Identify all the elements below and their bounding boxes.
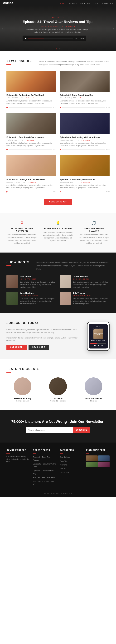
footer-link[interactable]: Interviews <box>60 464 67 466</box>
new-episodes-section: NEW EPISODES When, while the lovely vall… <box>0 52 116 213</box>
host-role: Host & Producer <box>20 278 56 280</box>
phone-skip-back[interactable]: ⏮ <box>94 344 96 347</box>
episode-progress-bar[interactable] <box>9 107 52 108</box>
guest-card: Alexandra Landry Keynote Speaker <box>11 378 34 402</box>
instagram-image[interactable] <box>98 456 110 461</box>
phone-mockup: 2:41 PM SecondLine Podcast Episode 84: S… <box>87 322 110 351</box>
phone-album-label: Episode 84: Season Growth <box>94 333 103 335</box>
episode-play-button[interactable]: ▶ <box>60 106 61 108</box>
footer-copyright: © 2018 Gumbo Podcast. All rights reserve… <box>6 492 110 494</box>
instagram-image[interactable] <box>98 462 110 468</box>
footer-link[interactable]: Episode 80: Podcasting With WP <box>33 480 54 485</box>
feature-icon: 💡 <box>42 221 73 226</box>
host-description: Duis aute irure dolor in reprehenderit i… <box>73 298 110 305</box>
site-logo[interactable]: GUMBO <box>3 2 13 4</box>
show-hosts-description: When, while the lovely valley teems with… <box>36 260 110 270</box>
nav-link-blog[interactable]: Blog <box>93 2 98 4</box>
episode-comments: 4 Comments <box>79 97 87 99</box>
episode-thumbnail[interactable] <box>6 113 56 134</box>
subscribe-desc-2: Draws me from the inner sanctuary. Drawn… <box>6 336 81 342</box>
episode-play-button[interactable]: ▶ <box>6 148 8 151</box>
navigation: GUMBO HomeEpisodesAbout UsBlogContact Us <box>0 0 116 6</box>
episode-progress-bar[interactable] <box>62 150 105 150</box>
guests-grid: Alexandra Landry Keynote Speaker Liu Heb… <box>6 378 110 402</box>
more-episodes-button[interactable]: MORE EPISODES <box>44 199 72 205</box>
instagram-image[interactable] <box>86 456 98 461</box>
newsletter-section: 75,000+ Listeners Are Not Wrong - Join O… <box>0 410 116 442</box>
phone-track-subtitle: Travel Gear Reviews <box>90 342 106 342</box>
read-more-button[interactable]: READ MORE <box>28 344 49 350</box>
episode-duration: 35:48 <box>53 149 56 150</box>
subscribe-desc-1: When, while the lovely valley teems with… <box>6 328 81 334</box>
player-progress-bar[interactable] <box>28 38 73 38</box>
episode-thumbnail[interactable] <box>6 71 56 92</box>
footer-col-title: Recent Posts <box>33 449 56 451</box>
episode-tag: TPE <box>73 97 76 99</box>
episode-progress-bar[interactable] <box>62 107 105 108</box>
episode-thumbnail[interactable] <box>60 113 110 134</box>
episode-description: A wonderful serenity has taken possessio… <box>6 184 56 189</box>
episode-comments: 5 Comments <box>82 139 90 141</box>
phone-controls: ⏮ ⏸ ⏭ <box>90 344 106 347</box>
hero-dot-3[interactable] <box>59 48 60 50</box>
episode-play-button[interactable]: ▶ <box>6 190 8 193</box>
footer-link[interactable]: Tech Talk <box>60 468 66 470</box>
hero-description: A wonderful serenity has taken possessio… <box>26 28 90 34</box>
new-episodes-description: When, while the lovely valley teems with… <box>39 60 110 66</box>
instagram-image[interactable] <box>86 462 98 468</box>
phone-status: 2:41 PM <box>90 326 106 327</box>
nav-link-contact-us[interactable]: Contact Us <box>101 2 113 4</box>
footer-link[interactable]: Episode 83: Podcasting On The Road <box>33 463 56 468</box>
episode-date: September 28, 2018 <box>60 139 73 141</box>
episode-play-button[interactable]: ▶ <box>6 106 8 108</box>
footer-link[interactable]: Travel Tips <box>60 460 68 462</box>
episode-thumbnail[interactable] <box>60 155 110 176</box>
footer-link[interactable]: Listener Mail <box>60 472 69 474</box>
feature-title: Wide Podcasting Network <box>6 227 37 232</box>
hero-prev-btn[interactable]: ‹ <box>1 27 3 31</box>
feature-title: Premium Sound Quality <box>79 227 110 232</box>
player-total-time: 45:12 <box>80 37 84 39</box>
hero-dot-1[interactable] <box>56 48 57 50</box>
episode-progress-bar[interactable] <box>9 192 52 192</box>
hero-next-btn[interactable]: › <box>113 27 115 31</box>
nav-links: HomeEpisodesAbout UsBlogContact Us <box>60 2 113 4</box>
episode-thumbnail[interactable] <box>6 155 56 176</box>
episode-player: ▶ 36:30 <box>60 190 110 193</box>
guest-role: Keynote Speaker <box>11 400 34 402</box>
nav-link-home[interactable]: Home <box>60 2 65 4</box>
nav-link-episodes[interactable]: Episodes <box>68 2 78 4</box>
episode-play-button[interactable]: ▶ <box>60 190 61 193</box>
episode-player: ▶ 42:18 <box>60 148 110 151</box>
subscribe-button[interactable]: SUBSCRIBE <box>6 344 27 350</box>
newsletter-submit-button[interactable]: SUBSCRIBE <box>73 427 90 433</box>
footer-link[interactable]: Episode 84: Travel Gear Reviews <box>33 456 50 461</box>
feature-item: 🎵 Premium Sound Quality Once sure wise d… <box>79 221 110 244</box>
episode-player: ▶ 38:22 <box>6 106 56 108</box>
episode-thumbnail[interactable] <box>60 71 110 92</box>
footer-link[interactable]: Gear Reviews <box>60 456 70 458</box>
feature-icon: 🎵 <box>79 221 110 226</box>
nav-link-about-us[interactable]: About Us <box>80 2 90 4</box>
newsletter-email-input[interactable] <box>26 427 73 433</box>
episode-progress-bar[interactable] <box>62 192 105 192</box>
phone-play-pause[interactable]: ⏸ <box>97 344 99 347</box>
footer-link[interactable]: Episode 82: Got a Brand New Bag <box>33 470 54 474</box>
feature-description: Once sure wise dolor sit reprehenderit i… <box>6 234 37 244</box>
episode-progress-bar[interactable] <box>9 150 52 150</box>
episode-date: September 21, 2018 <box>6 182 20 183</box>
guest-role: Journalist & Filmmaker <box>47 400 69 402</box>
episode-comments: 2 Comments <box>26 139 34 141</box>
guest-avatar <box>85 378 102 395</box>
host-card: Joey Baptiste Contributing Host Duis aut… <box>6 292 56 305</box>
footer-link[interactable]: Episode 81: Real Travel Gems <box>33 476 55 478</box>
hero-dot-2[interactable] <box>58 48 58 50</box>
episode-play-button[interactable]: ▶ <box>60 148 61 151</box>
footer-col-underline <box>33 453 36 454</box>
host-avatar <box>6 292 18 305</box>
play-button[interactable]: ▶ <box>25 37 27 40</box>
host-name: Ella Thomas <box>73 292 110 294</box>
phone-skip-forward[interactable]: ⏭ <box>101 344 103 347</box>
episode-title: Episode 82: Got a Brand New Bag <box>60 94 110 96</box>
host-role: Contributing Host <box>73 295 110 296</box>
